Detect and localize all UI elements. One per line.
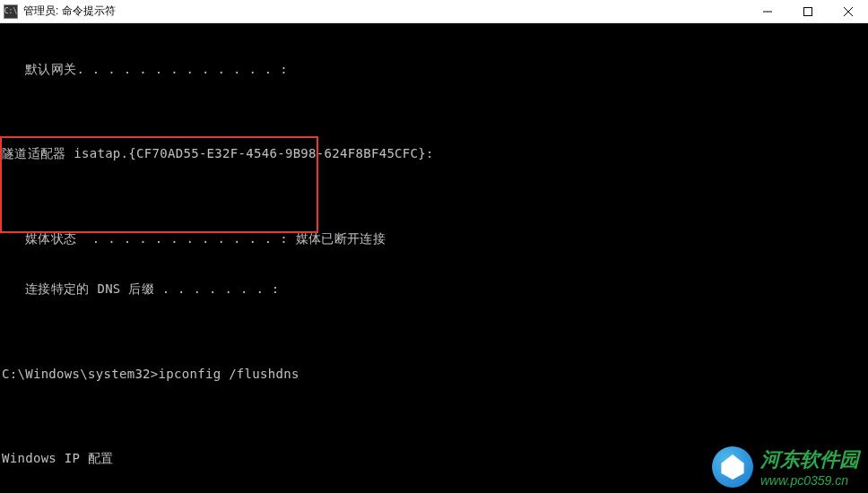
close-button[interactable] xyxy=(828,0,868,22)
minimize-icon xyxy=(763,7,772,16)
terminal-line: 连接特定的 DNS 后缀 . . . . . . . : xyxy=(2,281,866,298)
terminal-line: C:\Windows\system32>ipconfig /flushdns xyxy=(2,366,866,383)
terminal-line: 默认网关. . . . . . . . . . . . . : xyxy=(2,61,866,78)
watermark-logo-icon xyxy=(712,446,753,488)
window-title: 管理员: 命令提示符 xyxy=(23,4,116,19)
maximize-button[interactable] xyxy=(787,0,828,22)
watermark: 河东软件园 www.pc0359.cn xyxy=(712,446,859,488)
svg-rect-1 xyxy=(803,7,812,15)
terminal-line: 隧道适配器 isatap.{CF70AD55-E32F-4546-9B98-62… xyxy=(2,145,866,162)
terminal-line: 媒体状态 . . . . . . . . . . . . : 媒体已断开连接 xyxy=(2,230,866,247)
title-bar: C:\ 管理员: 命令提示符 xyxy=(0,0,868,23)
watermark-logo-inner xyxy=(720,454,745,480)
watermark-url: www.pc0359.cn xyxy=(760,473,848,488)
terminal-output[interactable]: 默认网关. . . . . . . . . . . . . : 隧道适配器 is… xyxy=(0,23,868,493)
close-icon xyxy=(844,7,853,16)
watermark-text: 河东软件园 www.pc0359.cn xyxy=(760,446,859,488)
maximize-icon xyxy=(803,7,812,16)
cmd-icon: C:\ xyxy=(4,4,18,19)
window-controls xyxy=(747,0,868,22)
title-bar-left: C:\ 管理员: 命令提示符 xyxy=(4,4,116,19)
watermark-name: 河东软件园 xyxy=(760,446,859,473)
minimize-button[interactable] xyxy=(747,0,787,22)
